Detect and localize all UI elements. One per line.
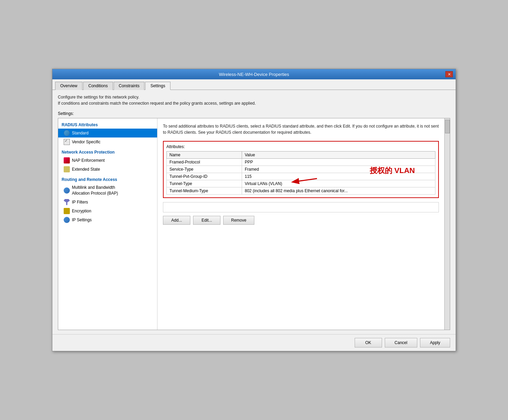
col-name: Name [167,152,242,159]
globe-icon [64,130,70,136]
attr-value-4: 802 (includes all 802 media plus Etherne… [242,187,435,195]
nav-item-extended-state[interactable]: Extended State [58,165,157,174]
attr-name-0: Framed-Protocol [167,159,242,166]
scrollbar[interactable] [444,118,450,330]
attr-value-3: Virtual LANs (VLAN) [242,180,435,187]
remove-button[interactable]: Remove [223,216,254,225]
nav-item-multilink[interactable]: Multilink and BandwidthAllocation Protoc… [58,183,157,198]
main-panel: RADIUS Attributes Standard Vendor Specif… [58,118,450,330]
ok-button[interactable]: OK [355,338,382,347]
attributes-table: Name Value Framed-Protocol PPP [166,151,435,195]
attribute-buttons: Add... Edit... Remove [163,216,439,225]
ipsettings-icon [64,217,70,223]
attributes-box: Attributes: Name Value Fra [163,141,439,198]
chinese-annotation: 授权的 VLAN [370,166,415,176]
lock-icon [64,208,70,214]
nav-item-ip-filters[interactable]: IP Filters [58,198,157,207]
nav-label-nap: NAP Enforcement [72,158,105,163]
attr-name-3: Tunnel-Type [167,180,242,187]
content-area: Configure the settings for this network … [52,90,456,334]
right-panel: To send additional attributes to RADIUS … [157,118,444,330]
tab-settings[interactable]: Settings [145,82,170,90]
title-bar-controls: ✕ [445,71,453,77]
table-row: Tunnel-Medium-Type 802 (includes all 802… [167,187,435,195]
apply-button[interactable]: Apply [420,338,450,347]
svg-line-1 [293,179,317,182]
tab-overview[interactable]: Overview [55,82,82,90]
nav-item-encryption[interactable]: Encryption [58,207,157,215]
multilink-icon [64,187,70,194]
nav-label-standard: Standard [72,131,89,135]
nap-icon [64,157,70,163]
scrollbar-thumb[interactable] [445,120,450,133]
col-value: Value [242,152,435,159]
nav-label-multilink: Multilink and BandwidthAllocation Protoc… [72,185,118,196]
attr-name-1: Service-Type [167,166,242,173]
extended-icon [64,166,70,172]
filter-icon [64,199,70,205]
left-panel: RADIUS Attributes Standard Vendor Specif… [58,118,157,330]
nav-label-vendor: Vendor Specific [72,140,100,144]
nav-item-vendor-specific[interactable]: Vendor Specific [58,137,157,146]
section-radius-attributes: RADIUS Attributes [58,121,157,129]
table-row: Tunnel-Pvt-Group-ID 115 [167,173,435,180]
nav-label-extended: Extended State [72,167,100,172]
edit-button[interactable]: Edit... [193,216,220,225]
attr-value-0: PPP [242,159,435,166]
title-bar: Wireless-NE-WH-Device Properties ✕ [52,69,456,79]
attr-value-2: 115 [242,173,435,180]
nav-item-nap-enforcement[interactable]: NAP Enforcement [58,156,157,165]
tab-constraints[interactable]: Constraints [114,82,145,90]
empty-list-area [163,202,439,212]
main-window: Wireless-NE-WH-Device Properties ✕ Overv… [52,69,456,351]
footer: OK Cancel Apply [52,334,456,351]
cancel-button[interactable]: Cancel [385,338,417,347]
page-description: Configure the settings for this network … [58,94,450,106]
add-button[interactable]: Add... [163,216,190,225]
close-button[interactable]: ✕ [445,71,453,77]
section-nap: Network Access Protection [58,148,157,156]
window-title: Wireless-NE-WH-Device Properties [63,72,445,77]
red-arrow-icon [276,174,320,186]
nav-label-ipfilters: IP Filters [72,200,88,205]
tab-bar: Overview Conditions Constraints Settings [52,79,456,90]
nav-item-standard[interactable]: Standard [58,129,157,137]
table-row: Framed-Protocol PPP [167,159,435,166]
nav-label-encryption: Encryption [72,209,91,213]
attr-name-4: Tunnel-Medium-Type [167,187,242,195]
settings-label: Settings: [58,111,450,116]
nav-label-ipsettings: IP Settings [72,218,92,222]
attr-name-2: Tunnel-Pvt-Group-ID [167,173,242,180]
check-icon [64,139,70,145]
tab-conditions[interactable]: Conditions [83,82,113,90]
nav-item-ip-settings[interactable]: IP Settings [58,215,157,224]
right-description: To send additional attributes to RADIUS … [163,123,439,135]
attributes-label: Attributes: [166,144,435,149]
section-routing: Routing and Remote Access [58,176,157,183]
